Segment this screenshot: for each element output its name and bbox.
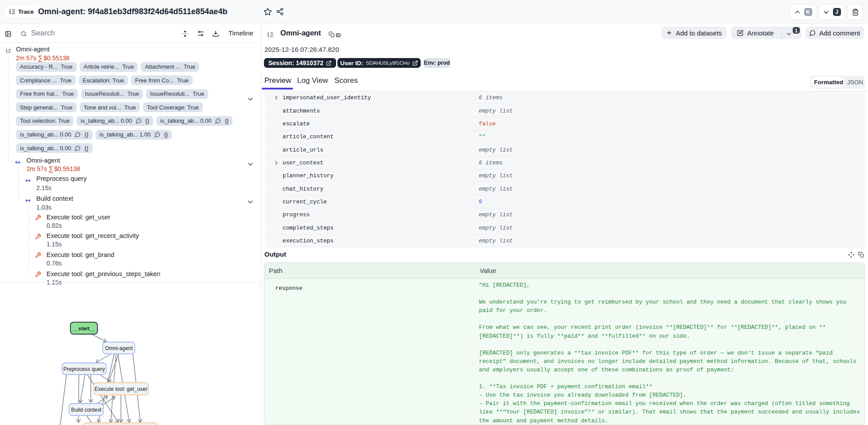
svg-text:Build context: Build context [71,407,101,413]
svg-text:Omni-agent: Omni-agent [105,345,133,351]
svg-text:__start__: __start__ [72,326,95,331]
svg-text:Execute tool: get_user: Execute tool: get_user [95,386,147,392]
svg-text:Preprocess query: Preprocess query [63,366,105,372]
